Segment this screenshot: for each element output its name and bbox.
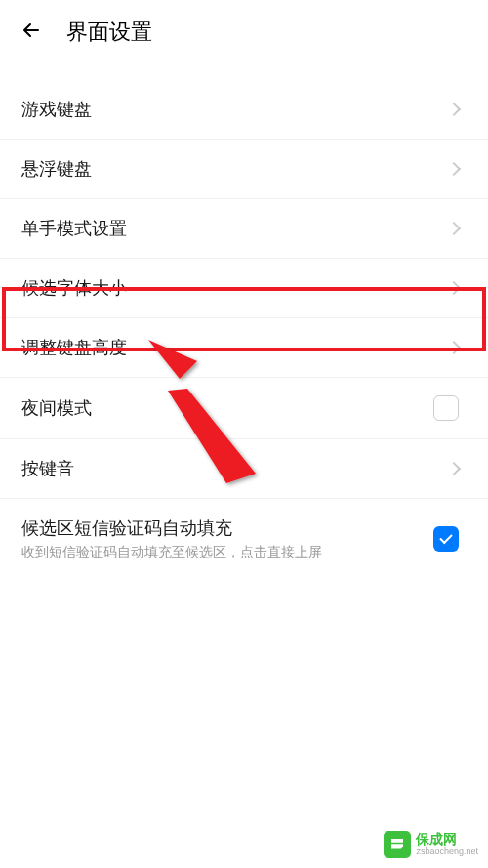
item-label: 单手模式设置 (21, 217, 127, 240)
item-sms-autofill[interactable]: 候选区短信验证码自动填充 收到短信验证码自动填充至候选区，点击直接上屏 (0, 499, 488, 579)
item-one-hand-mode[interactable]: 单手模式设置 (0, 199, 488, 259)
item-candidate-font-size[interactable]: 候选字体大小 (0, 259, 488, 318)
item-text-group: 候选区短信验证码自动填充 收到短信验证码自动填充至候选区，点击直接上屏 (21, 517, 322, 561)
item-label: 候选区短信验证码自动填充 (21, 517, 322, 540)
header: 界面设置 (0, 0, 488, 62)
watermark: 保成网 zsbaocheng.net (384, 831, 478, 858)
chevron-right-icon (447, 103, 461, 116)
item-subtitle: 收到短信验证码自动填充至候选区，点击直接上屏 (21, 544, 322, 561)
item-key-sound[interactable]: 按键音 (0, 439, 488, 499)
watermark-url: zsbaocheng.net (416, 847, 478, 857)
chevron-right-icon (447, 462, 461, 475)
watermark-title: 保成网 (416, 832, 478, 847)
chevron-right-icon (447, 222, 461, 235)
checkbox-unchecked-icon[interactable] (433, 395, 459, 421)
item-label: 调整键盘高度 (21, 336, 127, 359)
item-label: 夜间模式 (21, 396, 92, 420)
chevron-right-icon (447, 341, 461, 354)
item-label: 游戏键盘 (21, 98, 92, 121)
item-floating-keyboard[interactable]: 悬浮键盘 (0, 140, 488, 199)
item-night-mode[interactable]: 夜间模式 (0, 378, 488, 439)
watermark-text: 保成网 zsbaocheng.net (416, 832, 478, 856)
item-label: 按键音 (21, 457, 74, 480)
item-label: 候选字体大小 (21, 276, 127, 300)
item-game-keyboard[interactable]: 游戏键盘 (0, 80, 488, 140)
checkbox-checked-icon[interactable] (433, 526, 459, 552)
back-button[interactable] (20, 19, 47, 46)
chevron-right-icon (447, 162, 461, 176)
settings-list: 游戏键盘 悬浮键盘 单手模式设置 候选字体大小 调整键盘高度 夜间模式 按键音 … (0, 80, 488, 579)
item-adjust-keyboard-height[interactable]: 调整键盘高度 (0, 318, 488, 378)
page-title: 界面设置 (66, 18, 152, 47)
item-label: 悬浮键盘 (21, 157, 92, 181)
watermark-logo-icon (384, 831, 411, 858)
chevron-right-icon (447, 281, 461, 295)
